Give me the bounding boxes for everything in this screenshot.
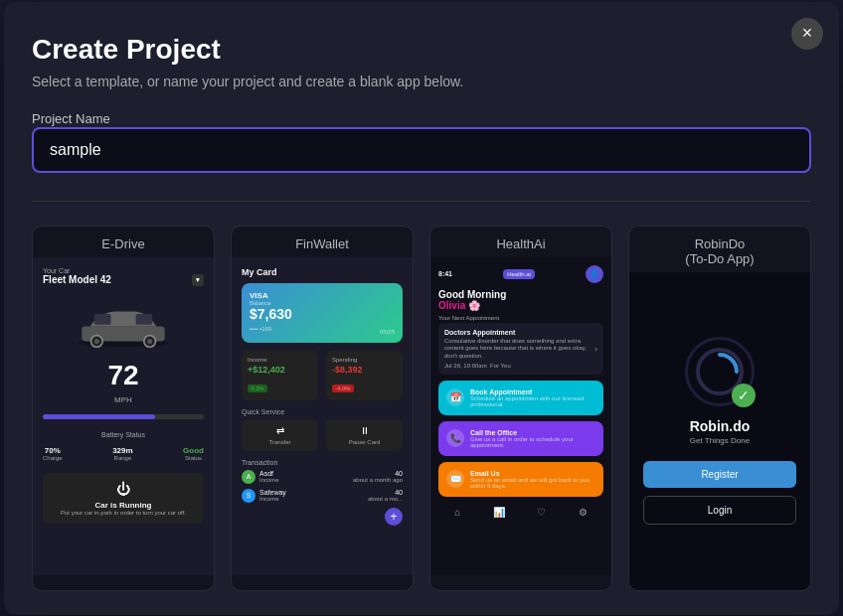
template-edrive[interactable]: E-Drive Your Car Fleet Model 42 ▾ bbox=[32, 226, 215, 591]
section-divider bbox=[32, 201, 811, 202]
finwallet-mockup: My Card VISA Balance $7,630 •••• •169 05… bbox=[232, 257, 413, 575]
home-icon[interactable]: ⌂ bbox=[454, 507, 460, 518]
user-avatar: 👤 bbox=[586, 265, 603, 283]
running-box: ⏻ Car is Running Put your car in park in… bbox=[43, 473, 204, 524]
book-appointment-button[interactable]: 📅 Book Appointment Schedule an appointme… bbox=[438, 381, 603, 415]
battery-progress bbox=[43, 414, 204, 419]
template-finwallet-label: FinWallet bbox=[232, 227, 413, 257]
chart-icon[interactable]: 📊 bbox=[493, 507, 505, 518]
template-healthai[interactable]: HealthAi 8:41 Health.ai 👤 Good Morning O… bbox=[429, 226, 612, 591]
svg-point-7 bbox=[147, 338, 152, 343]
bottom-nav: ⌂ 📊 ♡ ⚙ bbox=[438, 503, 603, 518]
settings-icon[interactable]: ⚙ bbox=[579, 507, 588, 518]
email-icon: ✉️ bbox=[446, 470, 464, 488]
check-icon: ✓ bbox=[732, 384, 756, 407]
call-office-button[interactable]: 📞 Call the Office Give us a call in orde… bbox=[438, 421, 603, 456]
credit-card: VISA Balance $7,630 •••• •169 05/25 bbox=[242, 283, 403, 343]
transfer-icon: ⇄ bbox=[276, 425, 284, 436]
robindo-mockup: ✓ Robin.do Get Things Done Register Logi… bbox=[629, 272, 810, 590]
template-robindo-label: RobinDo (To-Do App) bbox=[629, 227, 810, 272]
templates-grid: E-Drive Your Car Fleet Model 42 ▾ bbox=[32, 226, 811, 591]
template-robindo[interactable]: RobinDo (To-Do App) ✓ Robin.do Get Thing… bbox=[628, 226, 811, 591]
template-edrive-label: E-Drive bbox=[33, 227, 214, 257]
phone-icon: 📞 bbox=[446, 429, 464, 447]
edrive-mockup: Your Car Fleet Model 42 ▾ bbox=[33, 257, 214, 575]
create-project-modal: × Create Project Select a template, or n… bbox=[4, 2, 839, 615]
svg-rect-3 bbox=[136, 313, 153, 324]
project-name-input[interactable] bbox=[32, 127, 811, 173]
template-healthai-label: HealthAi bbox=[430, 227, 611, 257]
calendar-icon: 📅 bbox=[446, 388, 464, 406]
car-image bbox=[43, 296, 204, 356]
template-finwallet[interactable]: FinWallet My Card VISA Balance $7,630 ••… bbox=[231, 226, 414, 591]
transaction-row: A Asdf Income 40 about a month ago bbox=[242, 470, 403, 484]
power-icon: ⏻ bbox=[51, 481, 196, 497]
svg-point-5 bbox=[94, 338, 99, 343]
register-button[interactable]: Register bbox=[643, 461, 796, 488]
modal-subtitle: Select a template, or name your project … bbox=[32, 74, 811, 89]
heart-icon[interactable]: ♡ bbox=[537, 507, 546, 518]
close-button[interactable]: × bbox=[791, 18, 823, 50]
add-transaction-button[interactable]: + bbox=[385, 508, 403, 526]
pause-icon: ⏸ bbox=[360, 425, 370, 436]
transaction-row: S Safeway Income 40 about a mo... bbox=[242, 489, 403, 503]
email-button[interactable]: ✉️ Email Us Send us an email and we will… bbox=[438, 462, 603, 497]
project-name-label: Project Name bbox=[32, 111, 110, 126]
robin-logo: ✓ bbox=[685, 337, 755, 406]
appointment-card: Doctors Appointment Consulative disorder… bbox=[438, 323, 603, 375]
chevron-right-icon: › bbox=[594, 344, 597, 353]
login-button[interactable]: Login bbox=[643, 496, 796, 525]
modal-title: Create Project bbox=[32, 34, 811, 66]
svg-rect-2 bbox=[94, 313, 111, 324]
healthai-mockup: 8:41 Health.ai 👤 Good Morning Olivia 🌸 Y… bbox=[430, 257, 611, 575]
